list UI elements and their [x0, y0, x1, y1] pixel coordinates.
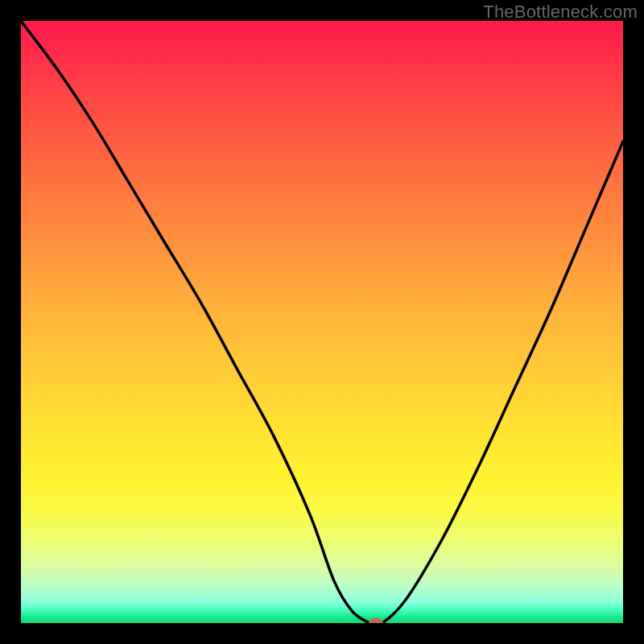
chart-frame: TheBottleneck.com [0, 0, 644, 644]
plot-area [21, 21, 623, 623]
optimal-point-marker [369, 618, 383, 624]
watermark-text: TheBottleneck.com [483, 2, 638, 23]
curve-path [21, 21, 623, 623]
bottleneck-curve [21, 21, 623, 623]
